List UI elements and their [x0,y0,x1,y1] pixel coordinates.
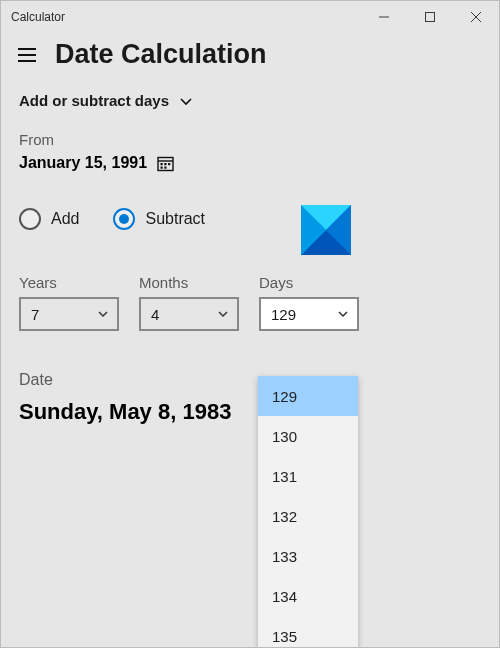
from-date-picker[interactable]: January 15, 1991 [19,154,481,172]
result-block: Date Sunday, May 8, 1983 [19,371,481,425]
content: Add or subtract days From January 15, 19… [1,78,499,425]
svg-rect-5 [161,166,163,168]
days-label: Days [259,274,359,291]
days-option[interactable]: 130 [258,416,358,456]
chevron-down-icon [217,308,229,320]
months-field: Months 4 [139,274,239,331]
days-dropdown[interactable]: 129130131132133134135 [258,376,358,648]
svg-rect-4 [168,163,170,165]
svg-rect-2 [161,163,163,165]
days-value: 129 [271,306,296,323]
maximize-icon [425,12,435,22]
operation-radio-group: Add Subtract [19,208,481,230]
chevron-down-icon [97,308,109,320]
years-value: 7 [31,306,39,323]
days-combo[interactable]: 129 [259,297,359,331]
calendar-icon [157,155,174,172]
window-title: Calculator [11,10,65,24]
chevron-down-icon [179,94,193,108]
duration-fields: Years 7 Months 4 Days 129 [19,274,481,331]
radio-add-circle [19,208,41,230]
close-button[interactable] [453,1,499,33]
maximize-button[interactable] [407,1,453,33]
days-option[interactable]: 132 [258,496,358,536]
page-title: Date Calculation [55,39,267,70]
radio-add-label: Add [51,210,79,228]
mode-selector[interactable]: Add or subtract days [19,78,481,123]
radio-subtract-circle [113,208,135,230]
menu-button[interactable] [15,43,39,67]
days-option[interactable]: 135 [258,616,358,648]
close-icon [471,12,481,22]
radio-subtract[interactable]: Subtract [113,208,205,230]
mode-label: Add or subtract days [19,92,169,109]
header: Date Calculation [1,33,499,78]
from-date-value: January 15, 1991 [19,154,147,172]
svg-rect-6 [164,166,166,168]
minimize-icon [379,12,389,22]
years-field: Years 7 [19,274,119,331]
years-label: Years [19,274,119,291]
result-label: Date [19,371,481,389]
months-value: 4 [151,306,159,323]
days-option[interactable]: 134 [258,576,358,616]
hamburger-icon [18,48,36,62]
chevron-down-icon [337,308,349,320]
radio-subtract-label: Subtract [145,210,205,228]
svg-rect-0 [426,13,435,22]
result-value: Sunday, May 8, 1983 [19,399,481,425]
app-logo-icon [301,205,351,255]
minimize-button[interactable] [361,1,407,33]
days-option[interactable]: 131 [258,456,358,496]
svg-rect-3 [164,163,166,165]
radio-add[interactable]: Add [19,208,79,230]
days-option[interactable]: 133 [258,536,358,576]
months-combo[interactable]: 4 [139,297,239,331]
years-combo[interactable]: 7 [19,297,119,331]
title-bar: Calculator [1,1,499,33]
days-option[interactable]: 129 [258,376,358,416]
days-field: Days 129 [259,274,359,331]
months-label: Months [139,274,239,291]
from-label: From [19,131,481,148]
